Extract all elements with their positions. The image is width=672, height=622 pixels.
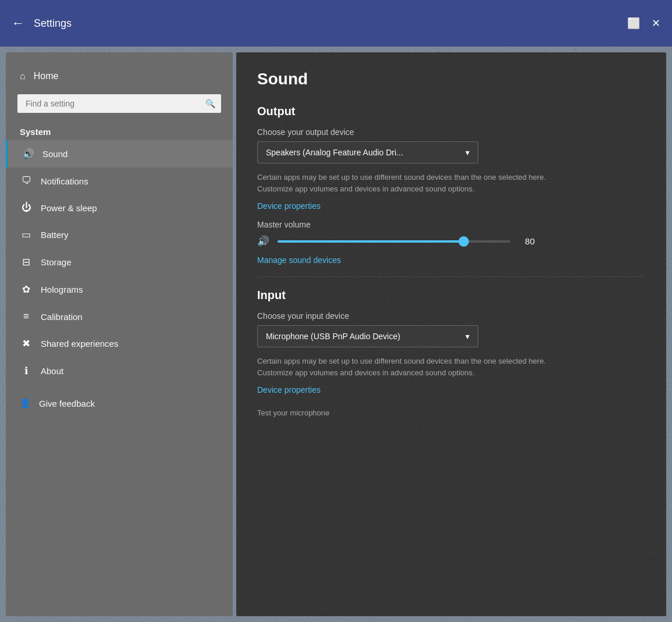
- volume-row: 🔊 80: [257, 235, 645, 247]
- sound-icon: 🔊: [22, 148, 34, 160]
- volume-speaker-icon: 🔊: [257, 235, 269, 247]
- back-button[interactable]: ←: [12, 17, 24, 30]
- sidebar-sound-label: Sound: [42, 149, 67, 159]
- test-microphone-label: Test your microphone: [257, 404, 645, 417]
- output-section-title: Output: [257, 105, 645, 118]
- sidebar-give-feedback[interactable]: 👤 Give feedback: [6, 390, 233, 416]
- output-device-label: Choose your output device: [257, 127, 645, 137]
- content-area: Sound Output Choose your output device S…: [236, 52, 666, 616]
- sidebar-item-sound[interactable]: 🔊 Sound: [6, 140, 233, 168]
- shared-icon: ✖: [20, 337, 33, 350]
- volume-label: Master volume: [257, 220, 645, 229]
- sidebar-item-power[interactable]: ⏻ Power & sleep: [6, 194, 233, 221]
- holograms-icon: ✿: [20, 283, 33, 296]
- sidebar-item-storage[interactable]: ⊟ Storage: [6, 248, 233, 276]
- input-device-properties-link[interactable]: Device properties: [257, 385, 645, 394]
- notifications-icon: 🗨: [20, 175, 33, 187]
- sidebar-section-label: System: [6, 122, 233, 140]
- search-input[interactable]: [17, 94, 221, 113]
- output-device-dropdown[interactable]: Speakers (Analog Feature Audio Dri... ▾: [257, 141, 478, 164]
- output-dropdown-chevron: ▾: [465, 148, 470, 157]
- feedback-icon: 👤: [20, 398, 31, 408]
- sidebar-search-container: 🔍: [17, 94, 221, 113]
- volume-slider-fill: [278, 240, 464, 243]
- battery-icon: ▭: [20, 229, 33, 241]
- close-button[interactable]: ✕: [652, 17, 660, 30]
- input-device-dropdown[interactable]: Microphone (USB PnP Audio Device) ▾: [257, 325, 478, 347]
- input-info-text: Certain apps may be set up to use differ…: [257, 356, 583, 378]
- home-icon: ⌂: [20, 71, 26, 81]
- titlebar-title: Settings: [34, 17, 627, 30]
- sidebar-calibration-label: Calibration: [41, 312, 83, 322]
- sidebar-item-battery[interactable]: ▭ Battery: [6, 221, 233, 248]
- search-icon: 🔍: [205, 99, 215, 108]
- sidebar-item-home[interactable]: ⌂ Home: [6, 64, 233, 88]
- volume-value: 80: [518, 236, 535, 246]
- sidebar-home-label: Home: [34, 71, 59, 81]
- input-device-value: Microphone (USB PnP Audio Device): [266, 332, 400, 341]
- power-icon: ⏻: [20, 202, 33, 214]
- output-info-text: Certain apps may be set up to use differ…: [257, 172, 583, 194]
- restore-button[interactable]: ⬜: [627, 17, 640, 30]
- page-title: Sound: [257, 70, 645, 88]
- section-divider: [257, 276, 645, 277]
- sidebar-notifications-label: Notifications: [41, 176, 88, 186]
- input-section-title: Input: [257, 289, 645, 302]
- sidebar-shared-label: Shared experiences: [41, 339, 118, 349]
- sidebar-item-about[interactable]: ℹ About: [6, 357, 233, 385]
- sidebar: ⌂ Home 🔍 System 🔊 Sound 🗨 Notifications …: [6, 52, 233, 616]
- storage-icon: ⊟: [20, 256, 33, 268]
- sidebar-storage-label: Storage: [41, 257, 72, 267]
- input-section: Input Choose your input device Microphon…: [257, 289, 645, 417]
- main-container: ⌂ Home 🔍 System 🔊 Sound 🗨 Notifications …: [6, 52, 666, 616]
- output-device-properties-link[interactable]: Device properties: [257, 201, 645, 211]
- sidebar-feedback-label: Give feedback: [39, 399, 95, 408]
- sidebar-item-shared[interactable]: ✖ Shared experiences: [6, 330, 233, 357]
- titlebar-controls: ⬜ ✕: [627, 17, 660, 30]
- sidebar-item-holograms[interactable]: ✿ Holograms: [6, 276, 233, 303]
- sidebar-power-label: Power & sleep: [41, 203, 97, 213]
- sidebar-holograms-label: Holograms: [41, 285, 83, 294]
- titlebar: ← Settings ⬜ ✕: [0, 0, 672, 47]
- volume-slider-thumb[interactable]: [458, 236, 469, 247]
- sidebar-item-notifications[interactable]: 🗨 Notifications: [6, 168, 233, 194]
- output-device-value: Speakers (Analog Feature Audio Dri...: [266, 148, 403, 157]
- calibration-icon: ≡: [20, 311, 33, 322]
- sidebar-about-label: About: [41, 366, 63, 376]
- sidebar-item-calibration[interactable]: ≡ Calibration: [6, 303, 233, 330]
- input-dropdown-chevron: ▾: [465, 332, 470, 341]
- manage-sound-devices-link[interactable]: Manage sound devices: [257, 255, 645, 265]
- volume-section: Master volume 🔊 80: [257, 220, 645, 247]
- about-icon: ℹ: [20, 365, 33, 377]
- volume-slider[interactable]: [278, 240, 510, 243]
- input-device-label: Choose your input device: [257, 311, 645, 321]
- sidebar-battery-label: Battery: [41, 230, 69, 240]
